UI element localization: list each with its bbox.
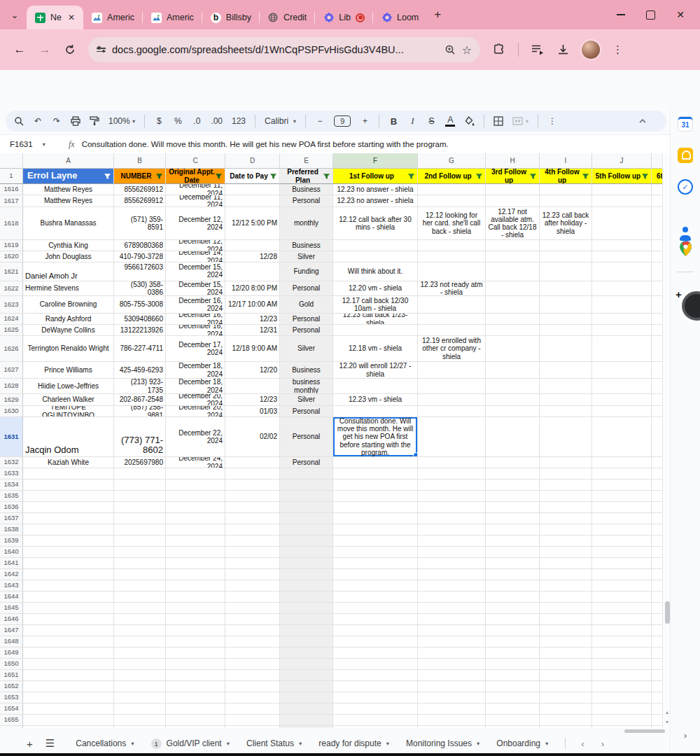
cell-D1636[interactable] (225, 502, 280, 513)
cell-B1625[interactable]: 13122213926 (114, 325, 166, 336)
cell-H1624[interactable] (486, 314, 540, 325)
cell-E1631[interactable]: Personal (280, 417, 333, 457)
borders-button[interactable] (493, 116, 503, 126)
row-header-1625[interactable]: 1625 (0, 325, 23, 336)
cell-B1617[interactable]: 8556269912 (114, 195, 166, 207)
cell-K1637[interactable] (652, 513, 662, 524)
cell-I1636[interactable] (540, 502, 592, 513)
column-header-J[interactable]: J (592, 153, 652, 169)
cell-I1617[interactable] (540, 195, 592, 207)
cell-J1634[interactable] (592, 479, 652, 491)
cell-D1645[interactable] (225, 603, 280, 614)
cell-D1654[interactable] (225, 704, 280, 715)
cell-K1642[interactable] (652, 569, 662, 580)
cell-G1639[interactable] (418, 536, 486, 547)
cell-F1628[interactable] (333, 379, 418, 394)
header-cell-D[interactable]: Date to Pay (225, 169, 280, 184)
cell-J1640[interactable] (592, 547, 652, 558)
selected-cell[interactable]: Consultation done. Will move this month.… (333, 417, 418, 457)
cell-H1633[interactable] (486, 468, 540, 479)
cell-C1632[interactable]: December 24, 2024 (166, 457, 225, 468)
cell-I1629[interactable] (540, 394, 592, 406)
cell-J1650[interactable] (592, 659, 652, 670)
cell-I1638[interactable] (540, 524, 592, 536)
cell-D1628[interactable] (225, 379, 280, 394)
cell-F1647[interactable] (333, 625, 418, 636)
cell-A1631[interactable]: Jacqin Odom (23, 417, 114, 457)
cell-F1641[interactable] (333, 558, 418, 569)
cell-B1653[interactable] (114, 692, 166, 704)
cell-G1644[interactable] (418, 592, 486, 603)
cell-J1627[interactable] (592, 362, 652, 379)
filter-icon[interactable] (270, 172, 277, 180)
cell-J1646[interactable] (592, 614, 652, 625)
cell-J1639[interactable] (592, 536, 652, 547)
cell-B1616[interactable]: 8556269912 (114, 184, 166, 195)
cell-I1637[interactable] (540, 513, 592, 524)
column-header-E[interactable]: E (280, 153, 333, 169)
cell-G1651[interactable] (418, 670, 486, 681)
cell-J1637[interactable] (592, 513, 652, 524)
cell-D1629[interactable]: 12/23 (225, 394, 280, 406)
cell-D1637[interactable] (225, 513, 280, 524)
row-header-1645[interactable]: 1645 (0, 603, 23, 614)
cell-A1622[interactable]: Hermine Stevens (23, 281, 114, 296)
cell-G1627[interactable] (418, 362, 486, 379)
cell-E1630[interactable]: Personal (280, 406, 333, 417)
row-header-1621[interactable]: 1621 (0, 262, 23, 281)
cell-B1626[interactable]: 786-227-4711 (114, 336, 166, 362)
cell-G1635[interactable] (418, 491, 486, 502)
cell-G1641[interactable] (418, 558, 486, 569)
cell-J1642[interactable] (592, 569, 652, 580)
cell-F1617[interactable]: 12.23 no answer - shiela (333, 195, 418, 207)
cell-C1624[interactable]: December 16, 2024 (166, 314, 225, 325)
cell-H1636[interactable] (486, 502, 540, 513)
cell-D1647[interactable] (225, 625, 280, 636)
cell-H1628[interactable] (486, 379, 540, 394)
cell-J1623[interactable] (592, 296, 652, 314)
cell-C1635[interactable] (166, 491, 225, 502)
zoom-select[interactable]: 100% ▾ (108, 116, 135, 126)
close-button[interactable]: ✕ (676, 9, 685, 20)
cell-B1632[interactable]: 2025697980 (114, 457, 166, 468)
horizontal-scrollbar-thumb[interactable] (624, 729, 665, 733)
cell-I1616[interactable] (540, 184, 592, 195)
cell-E1634[interactable] (280, 479, 333, 491)
cell-I1652[interactable] (540, 681, 592, 692)
cell-H1619[interactable] (486, 240, 540, 251)
sheet-tab-monitoring-issues[interactable]: Monitoring Issues▾ (398, 734, 488, 753)
cell-A1636[interactable] (23, 502, 114, 513)
cell-F1635[interactable] (333, 491, 418, 502)
cell-A1627[interactable]: Prince Williams (23, 362, 114, 379)
cell-G1625[interactable] (418, 325, 486, 336)
header-cell-F[interactable]: 1st Follow up (333, 169, 418, 184)
cell-A1651[interactable] (23, 670, 114, 681)
cell-K1633[interactable] (652, 468, 662, 479)
cell-D1644[interactable] (225, 592, 280, 603)
decrease-decimal-button[interactable]: .0 (192, 116, 202, 126)
cell-H1630[interactable] (486, 406, 540, 417)
redo-icon[interactable]: ↷ (52, 116, 62, 126)
cell-B1655[interactable] (114, 715, 166, 726)
cell-D1622[interactable]: 12/20 8:00 PM (225, 281, 280, 296)
cell-A1642[interactable] (23, 569, 114, 580)
cell-C1636[interactable] (166, 502, 225, 513)
column-header-H[interactable]: H (486, 153, 540, 169)
cell-D1626[interactable]: 12/18 9:00 AM (225, 336, 280, 362)
cell-B1651[interactable] (114, 670, 166, 681)
cell-C1620[interactable]: December 14, 2024 (166, 251, 225, 262)
cell-B1654[interactable] (114, 704, 166, 715)
cell-F1624[interactable]: 12.23 call back 1/23- shiela (333, 314, 418, 325)
cell-F1625[interactable] (333, 325, 418, 336)
sheet-tab-cancellations[interactable]: Cancellations▾ (67, 734, 142, 753)
cell-C1625[interactable]: December 16, 2024 (166, 325, 225, 336)
sheet-tab-caret[interactable]: ▾ (386, 740, 389, 747)
cell-J1630[interactable] (592, 406, 652, 417)
cell-F1622[interactable]: 12.20 vm - shiela (333, 281, 418, 296)
cell-K1650[interactable] (652, 659, 662, 670)
cell-E1654[interactable] (280, 704, 333, 715)
cell-F1646[interactable] (333, 614, 418, 625)
text-color-button[interactable]: A (445, 115, 455, 127)
cell-H1651[interactable] (486, 670, 540, 681)
cell-I1651[interactable] (540, 670, 592, 681)
